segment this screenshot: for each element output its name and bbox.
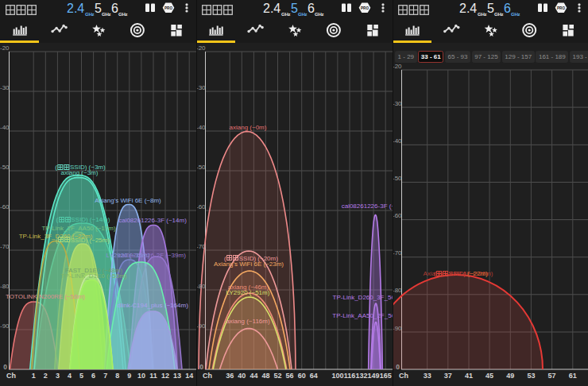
svg-text:PRO: PRO [164, 6, 172, 10]
svg-text:PRO: PRO [361, 6, 369, 10]
svg-text:PRO: PRO [557, 6, 565, 10]
